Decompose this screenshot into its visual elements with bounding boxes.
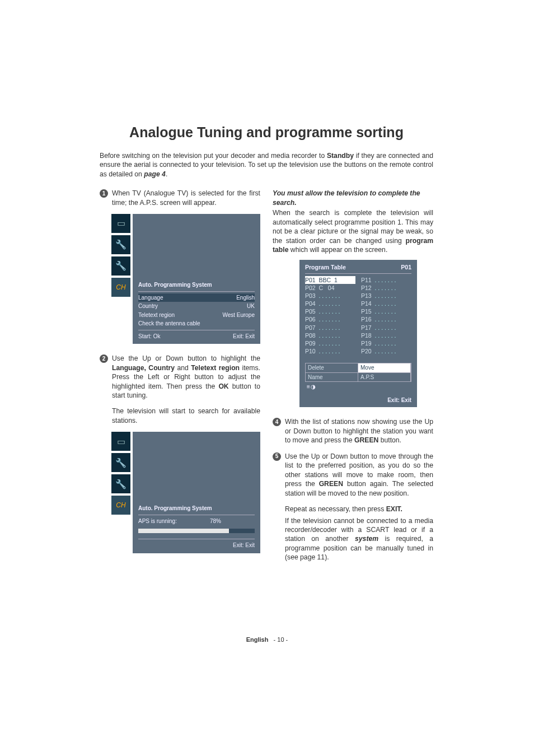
step-1-text: When TV (Analogue TV) is selected for th… <box>112 189 260 206</box>
osd-row-language: Language English <box>138 293 255 302</box>
ptable-entry: P03 . . . . . . . <box>305 292 355 300</box>
tail-note: If the television cannot be connected to… <box>273 516 433 562</box>
wrench-icon: 🔧 <box>111 235 130 254</box>
ptable-title: Program Table <box>305 263 346 271</box>
ptable-position: P01 <box>401 263 411 271</box>
osd-check-antenna: Check the antenna cable <box>138 319 255 328</box>
osd-value: West Europe <box>222 311 255 319</box>
footer-language: English <box>246 636 269 643</box>
ptable-entry: P09 . . . . . . . <box>305 339 355 347</box>
ch-icon: CH <box>111 278 130 297</box>
ptable-entry: P11 . . . . . . . <box>361 276 411 284</box>
osd-start: Start: Ok <box>138 333 160 340</box>
step-2: 2 Use the Up or Down button to highlight… <box>100 354 260 400</box>
osd-value: UK <box>247 302 255 310</box>
right-column: You must allow the television to complet… <box>273 189 433 564</box>
osd-aps-running: ▭ 🔧 🔧 CH Auto. Programming System APS is… <box>133 432 260 553</box>
teletext-icon: ◑ <box>311 383 316 391</box>
page-footer: English - 10 - <box>0 636 534 644</box>
osd-running-label: APS is running: <box>138 517 177 525</box>
step-5-text: Use the Up or Down button to move throug… <box>285 452 433 497</box>
osd-sidebar: ▭ 🔧 🔧 CH <box>111 432 130 517</box>
must-complete-search: You must allow the television to complet… <box>273 189 433 207</box>
osd-label: Language <box>138 294 163 302</box>
picture-icon: ▭ <box>111 432 130 451</box>
ch-icon: CH <box>111 496 130 515</box>
osd-running-row: APS is running: 78% <box>138 517 255 526</box>
footer-page-number: - 10 - <box>274 636 288 643</box>
ptable-entry: P06 . . . . . . . <box>305 315 355 323</box>
ptable-buttons: Delete Move Name A.P.S <box>305 363 411 382</box>
ptable-btn-aps: A.P.S <box>358 372 411 382</box>
program-table-intro: When the search is complete the televisi… <box>273 208 433 254</box>
ptable-entry: P17 . . . . . . . <box>361 324 411 332</box>
osd-exit: Exit: Exit <box>233 542 255 549</box>
wrench-icon: 🔧 <box>111 474 130 493</box>
ptable-btn-move: Move <box>358 363 411 372</box>
osd-sidebar: ▭ 🔧 🔧 CH <box>111 214 130 299</box>
ptable-entry: P19 . . . . . . . <box>361 339 411 347</box>
intro-paragraph: Before switching on the television put y… <box>100 151 433 179</box>
osd-running-pct: 78% <box>210 517 221 525</box>
step-4: 4 With the list of stations now showing … <box>273 417 433 445</box>
osd-footer: Start: Ok Exit: Exit <box>138 332 255 341</box>
osd-row-teletext: Teletext region West Europe <box>138 311 255 320</box>
step-1: 1 When TV (Analogue TV) is selected for … <box>100 189 260 207</box>
osd-label: Teletext region <box>138 311 175 319</box>
step-4-text: With the list of stations now showing us… <box>285 418 433 444</box>
ptable-entry: P10 . . . . . . . <box>305 347 355 355</box>
step-number-icon: 5 <box>273 452 281 461</box>
osd-title: Auto. Programming System <box>138 505 255 512</box>
osd-label: Country <box>138 302 158 310</box>
step-number-icon: 4 <box>273 418 281 426</box>
step-2-text: Use the Up or Down button to highlight t… <box>112 354 260 399</box>
step-number-icon: 2 <box>100 354 108 363</box>
ptable-entry: P02 C 04 <box>305 284 355 292</box>
ptable-entry: P01 BBC 1 <box>305 276 355 284</box>
osd-exit: Exit: Exit <box>233 333 255 340</box>
step-5: 5 Use the Up or Down button to move thro… <box>273 452 433 498</box>
osd-title: Auto. Programming System <box>138 281 255 289</box>
teletext-icons: ≡ ◑ <box>305 382 411 392</box>
osd-value: English <box>236 294 255 302</box>
ptable-entry: P20 . . . . . . . <box>361 347 411 355</box>
teletext-icon: ≡ <box>307 383 310 391</box>
osd-footer: Exit: Exit <box>138 541 255 550</box>
ptable-entry: P18 . . . . . . . <box>361 332 411 339</box>
left-column: 1 When TV (Analogue TV) is selected for … <box>100 189 260 564</box>
wrench-icon: 🔧 <box>111 256 130 276</box>
program-table-osd: Program Table P01 P01 BBC 1P02 C 04P03 .… <box>299 260 417 407</box>
ptable-exit: Exit: Exit <box>305 396 411 404</box>
repeat-note: Repeat as necessary, then press EXIT. <box>273 505 433 514</box>
step-3: The television will start to search for … <box>100 407 260 425</box>
ptable-entry: P05 . . . . . . . <box>305 307 355 315</box>
ptable-btn-name: Name <box>306 372 358 382</box>
step-number-icon: 1 <box>100 189 108 198</box>
ptable-entry: P13 . . . . . . . <box>361 292 411 300</box>
ptable-entry: P07 . . . . . . . <box>305 324 355 332</box>
picture-icon: ▭ <box>111 214 130 233</box>
page-title: Analogue Tuning and programme sorting <box>100 123 433 142</box>
progress-bar <box>138 529 255 533</box>
step-3-text: The television will start to search for … <box>112 407 260 424</box>
ptable-entry: P14 . . . . . . . <box>361 300 411 307</box>
ptable-entry: P12 . . . . . . . <box>361 284 411 292</box>
ptable-entry: P16 . . . . . . . <box>361 315 411 323</box>
ptable-entry: P04 . . . . . . . <box>305 300 355 307</box>
ptable-grid: P01 BBC 1P02 C 04P03 . . . . . . .P04 . … <box>305 276 411 356</box>
ptable-entry: P15 . . . . . . . <box>361 307 411 315</box>
wrench-icon: 🔧 <box>111 453 130 472</box>
ptable-btn-delete: Delete <box>306 363 358 372</box>
osd-row-country: Country UK <box>138 302 255 311</box>
osd-aps-setup: ▭ 🔧 🔧 CH Auto. Programming System Langua… <box>133 214 260 344</box>
ptable-entry: P08 . . . . . . . <box>305 332 355 339</box>
